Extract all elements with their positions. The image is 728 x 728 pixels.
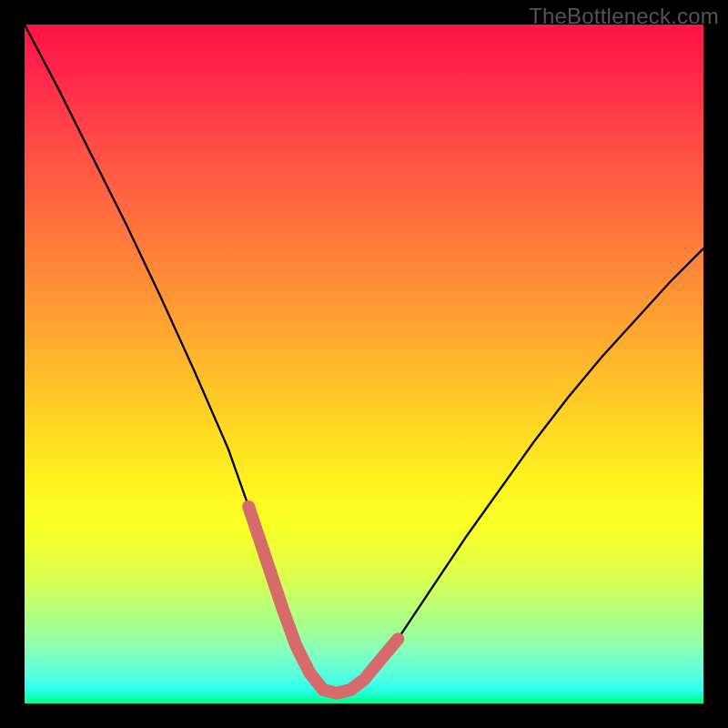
chart-frame: TheBottleneck.com bbox=[0, 0, 728, 728]
watermark-text: TheBottleneck.com bbox=[529, 4, 719, 29]
highlight-band-path bbox=[248, 507, 398, 693]
plot-area bbox=[25, 25, 703, 703]
curve-layer bbox=[25, 25, 703, 703]
bottleneck-curve-path bbox=[25, 25, 703, 693]
